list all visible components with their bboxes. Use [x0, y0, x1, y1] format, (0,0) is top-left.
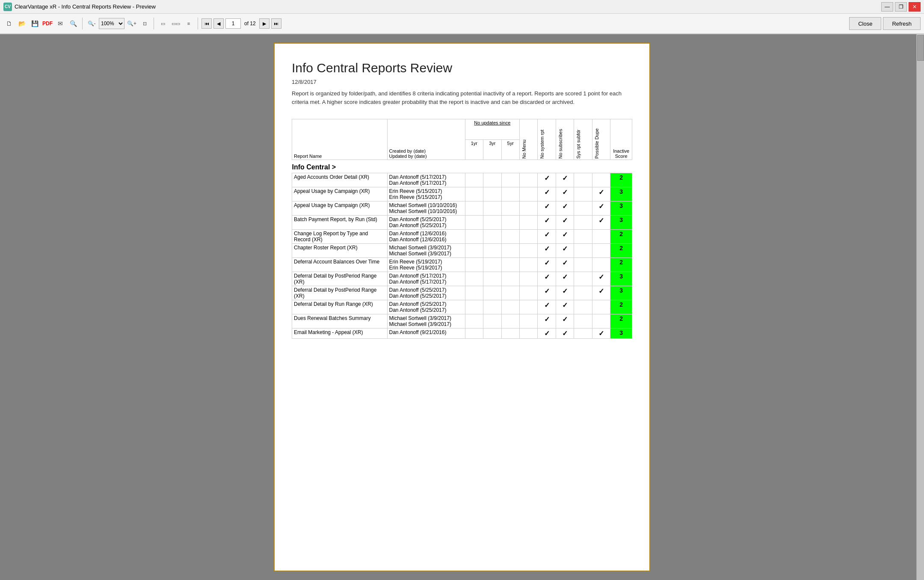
col-3yr-header: 3yr: [489, 141, 495, 146]
last-page-button[interactable]: ⏭: [271, 18, 281, 29]
yr5-cell: [501, 187, 519, 201]
no-subscribes-cell: ✓: [556, 300, 574, 314]
view-scroll-icon[interactable]: ≡: [183, 18, 194, 29]
refresh-button[interactable]: Refresh: [883, 17, 921, 30]
new-icon[interactable]: 🗋: [3, 18, 15, 29]
table-row: Change Log Report by Type and Record (XR…: [292, 230, 632, 244]
view-single-icon[interactable]: ▭: [157, 18, 169, 29]
yr1-cell: [465, 230, 483, 244]
minimize-button[interactable]: —: [881, 2, 893, 12]
sys-subfdr-cell: [574, 314, 592, 328]
search-icon[interactable]: 🔍: [68, 18, 79, 29]
window-close-button[interactable]: ✕: [909, 2, 921, 12]
report-name-cell: Appeal Usage by Campaign (XR): [292, 187, 388, 201]
prev-page-button[interactable]: ◀: [213, 18, 224, 29]
restore-button[interactable]: ❐: [895, 2, 907, 12]
poss-dupe-cell: ✓: [592, 187, 610, 201]
zoom-select[interactable]: 100% 75% 125% 150%: [99, 18, 124, 29]
separator-1: [82, 18, 83, 30]
report-name-cell: Dues Renewal Batches Summary: [292, 314, 388, 328]
sys-subfdr-cell: [574, 286, 592, 300]
created-cell: Dan Antonoff (9/21/2016): [387, 328, 465, 339]
col-no-system-rpt-header: No system rpt: [539, 120, 545, 159]
yr1-cell: [465, 314, 483, 328]
separator-2: [154, 18, 154, 30]
save-icon[interactable]: 💾: [29, 18, 40, 29]
yr5-cell: [501, 286, 519, 300]
yr3-cell: [483, 201, 501, 216]
poss-dupe-cell: ✓: [592, 201, 610, 216]
no-subscribes-cell: ✓: [556, 258, 574, 272]
first-page-button[interactable]: ⏮: [201, 18, 212, 29]
created-cell: Dan Antonoff (5/25/2017)Dan Antonoff (5/…: [387, 216, 465, 230]
score-cell: 2: [610, 314, 632, 328]
report-date: 12/8/2017: [292, 79, 632, 85]
report-name-cell: Chapter Roster Report (XR): [292, 244, 388, 258]
no-subscribes-cell: ✓: [556, 286, 574, 300]
pdf-icon[interactable]: PDF: [42, 18, 53, 29]
scrollbar[interactable]: [916, 34, 924, 580]
yr3-cell: [483, 286, 501, 300]
no-menu-cell: [519, 230, 537, 244]
col-no-menu-header: No Menu: [521, 120, 527, 159]
zoom-out-icon[interactable]: 🔍-: [86, 18, 97, 29]
created-cell: Michael Sortwell (3/9/2017)Michael Sortw…: [387, 314, 465, 328]
no-sys-rpt-cell: ✓: [538, 272, 556, 286]
col-created-header-line2: Updated by (date): [389, 154, 427, 159]
table-row: Deferral Detail by PostPeriod Range (XR)…: [292, 272, 632, 286]
report-table: Report Name Created by (date) Updated by…: [292, 119, 632, 339]
toolbar: 🗋 📂 💾 PDF ✉ 🔍 🔍- 100% 75% 125% 150% 🔍+ ⊡…: [0, 14, 924, 34]
poss-dupe-cell: [592, 244, 610, 258]
yr5-cell: [501, 300, 519, 314]
no-menu-cell: [519, 201, 537, 216]
col-inactive-score-header: Inactive Score: [613, 148, 629, 159]
poss-dupe-cell: ✓: [592, 286, 610, 300]
no-menu-cell: [519, 272, 537, 286]
page-number-input[interactable]: [225, 18, 241, 29]
yr1-cell: [465, 244, 483, 258]
open-icon[interactable]: 📂: [16, 18, 27, 29]
no-sys-rpt-cell: ✓: [538, 201, 556, 216]
score-cell: 3: [610, 216, 632, 230]
title-bar: CV ClearVantage xR - Info Central Report…: [0, 0, 924, 14]
no-subscribes-cell: ✓: [556, 201, 574, 216]
report-description: Report is organized by folder/path, and …: [292, 89, 625, 106]
no-updates-since-header: No updates since: [474, 120, 510, 125]
sys-subfdr-cell: [574, 216, 592, 230]
table-row: Aged Accounts Order Detail (XR) Dan Anto…: [292, 173, 632, 187]
no-menu-cell: [519, 314, 537, 328]
poss-dupe-cell: [592, 230, 610, 244]
email-icon[interactable]: ✉: [55, 18, 66, 29]
close-report-button[interactable]: Close: [849, 17, 881, 30]
no-subscribes-cell: ✓: [556, 187, 574, 201]
fit-page-icon[interactable]: ⊡: [139, 18, 150, 29]
separator-3: [198, 18, 198, 30]
scrollbar-thumb[interactable]: [917, 35, 924, 61]
sys-subfdr-cell: [574, 230, 592, 244]
no-menu-cell: [519, 173, 537, 187]
no-menu-cell: [519, 187, 537, 201]
yr1-cell: [465, 300, 483, 314]
no-menu-cell: [519, 258, 537, 272]
score-cell: 2: [610, 300, 632, 314]
report-name-cell: Appeal Usage by Campaign (XR): [292, 201, 388, 216]
yr5-cell: [501, 216, 519, 230]
app-icon: CV: [3, 3, 12, 11]
no-subscribes-cell: ✓: [556, 328, 574, 339]
col-possible-dupe-header: Possible Dupe: [594, 120, 599, 159]
created-cell: Dan Antonoff (5/17/2017)Dan Antonoff (5/…: [387, 173, 465, 187]
score-cell: 3: [610, 201, 632, 216]
section-title: Info Central >: [292, 163, 336, 171]
no-subscribes-cell: ✓: [556, 314, 574, 328]
view-double-icon[interactable]: ▭▭: [170, 18, 181, 29]
poss-dupe-cell: [592, 173, 610, 187]
table-row: Email Marketing - Appeal (XR) Dan Antono…: [292, 328, 632, 339]
yr3-cell: [483, 328, 501, 339]
sys-subfdr-cell: [574, 300, 592, 314]
no-sys-rpt-cell: ✓: [538, 187, 556, 201]
zoom-in-icon[interactable]: 🔍+: [126, 18, 137, 29]
col-sys-rpt-subfdr-header: Sys rpt subfdr: [576, 120, 581, 159]
yr3-cell: [483, 258, 501, 272]
next-page-button[interactable]: ▶: [259, 18, 270, 29]
yr5-cell: [501, 201, 519, 216]
